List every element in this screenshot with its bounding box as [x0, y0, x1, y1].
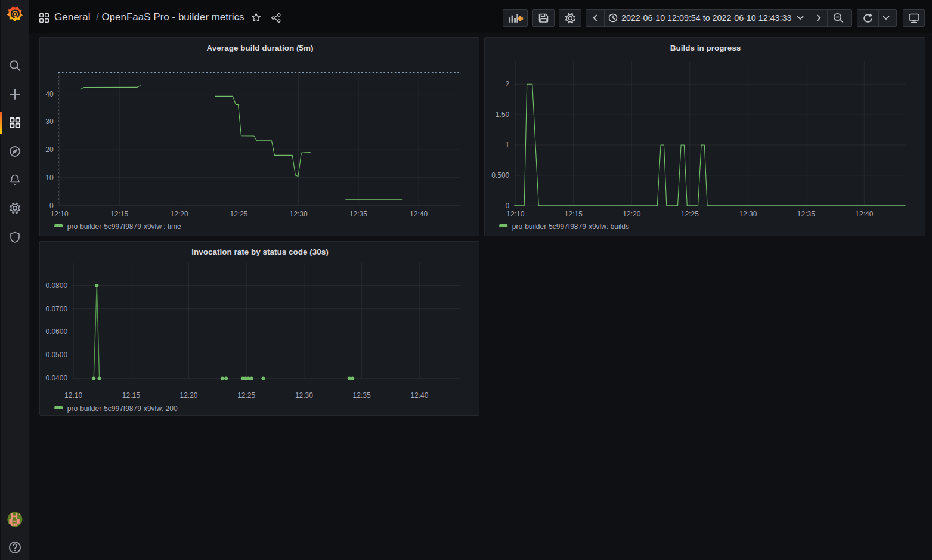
svg-text:pro-builder-5c997f9879-x9vlw:: pro-builder-5c997f9879-x9vlw: builds: [512, 222, 629, 231]
svg-text:1.50: 1.50: [496, 110, 510, 119]
svg-text:12:15: 12:15: [122, 391, 140, 400]
svg-text:12:30: 12:30: [290, 210, 308, 218]
svg-text:12:15: 12:15: [565, 210, 583, 218]
svg-text:12:20: 12:20: [171, 210, 188, 218]
svg-text:12:25: 12:25: [237, 391, 255, 400]
svg-text:12:25: 12:25: [681, 210, 699, 218]
svg-text:12:25: 12:25: [230, 210, 247, 218]
svg-text:12:40: 12:40: [410, 210, 428, 218]
svg-text:40: 40: [45, 90, 54, 98]
svg-text:12:20: 12:20: [179, 391, 197, 400]
svg-text:12:40: 12:40: [855, 210, 873, 218]
svg-text:12:10: 12:10: [506, 210, 524, 218]
svg-text:12:10: 12:10: [64, 391, 82, 400]
svg-text:12:20: 12:20: [623, 210, 640, 218]
svg-text:12:30: 12:30: [295, 391, 313, 400]
svg-text:Invocation rate by status code: Invocation rate by status code (30s): [191, 247, 329, 256]
svg-text:0.0700: 0.0700: [45, 305, 67, 313]
svg-text:Builds in progress: Builds in progress: [670, 44, 741, 52]
svg-text:12:35: 12:35: [353, 391, 371, 400]
svg-text:12:35: 12:35: [797, 210, 815, 218]
svg-text:0.0600: 0.0600: [45, 327, 67, 336]
svg-text:0.0500: 0.0500: [45, 351, 67, 359]
svg-text:2: 2: [506, 80, 510, 88]
svg-text:12:30: 12:30: [739, 210, 757, 218]
svg-text:30: 30: [45, 117, 54, 126]
svg-text:pro-builder-5c997f9879-x9vlw :: pro-builder-5c997f9879-x9vlw : time: [67, 222, 181, 231]
svg-text:20: 20: [45, 146, 54, 154]
svg-text:0.0400: 0.0400: [45, 374, 67, 382]
svg-text:0: 0: [49, 202, 54, 210]
svg-text:1: 1: [506, 141, 510, 149]
svg-text:0: 0: [506, 202, 510, 210]
svg-text:0.500: 0.500: [491, 171, 509, 180]
svg-text:12:10: 12:10: [51, 210, 69, 218]
svg-text:Average build duration (5m): Average build duration (5m): [207, 44, 314, 52]
svg-text:12:35: 12:35: [349, 210, 367, 218]
svg-text:12:15: 12:15: [110, 210, 128, 218]
svg-text:pro-builder-5c997f9879-x9vlw:: pro-builder-5c997f9879-x9vlw: 200: [67, 404, 178, 413]
svg-text:12:40: 12:40: [410, 391, 428, 400]
svg-text:0.0800: 0.0800: [45, 281, 67, 290]
svg-text:10: 10: [45, 174, 54, 182]
